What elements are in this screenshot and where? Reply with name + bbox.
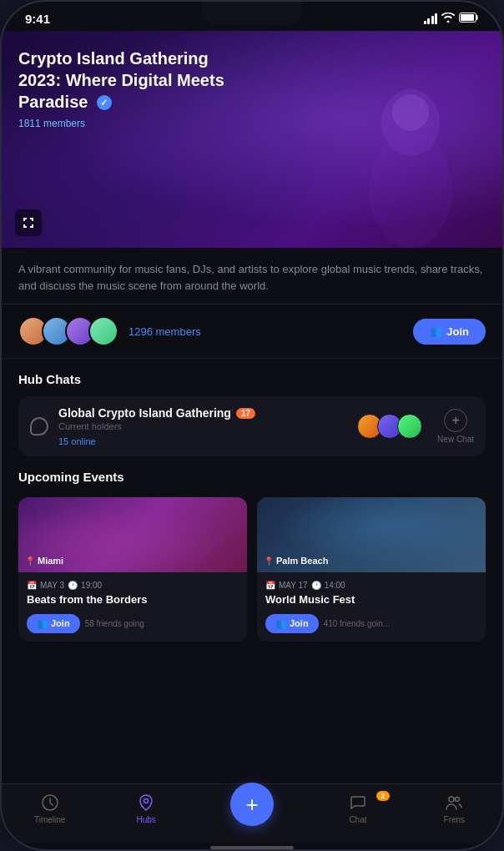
nav-item-timeline[interactable]: Timeline <box>2 793 98 824</box>
chat-avatar-3 <box>397 414 422 439</box>
members-row: 1296 members 👥 Join <box>2 305 502 359</box>
wifi-icon <box>441 13 455 25</box>
event-details-palm: 📅 MAY 17 🕐 14:00 World Music Fest 👥 Join <box>257 572 486 642</box>
nav-label-frens: Frens <box>444 815 466 824</box>
phone-frame: 9:41 <box>0 0 504 851</box>
nav-label-chat: Chat <box>349 815 366 824</box>
event-actions-palm: 👥 Join 410 friends goin... <box>265 614 477 633</box>
phone-screen: 9:41 <box>2 2 502 849</box>
nav-label-timeline: Timeline <box>34 815 65 824</box>
nav-label-hubs: Hubs <box>136 815 155 824</box>
hub-chats-section: Hub Chats Global Crypto Island Gathering… <box>2 359 502 463</box>
event-date-palm: 📅 MAY 17 🕐 14:00 <box>265 581 477 590</box>
notch <box>202 2 302 25</box>
event-name-palm: World Music Fest <box>265 593 477 607</box>
chat-info: Global Crypto Island Gathering 17 Curren… <box>58 406 347 446</box>
chat-right: + New Chat <box>357 409 474 444</box>
add-button[interactable]: + <box>230 783 274 826</box>
hero-section: Crypto Island Gathering 2023: Where Digi… <box>2 31 502 248</box>
avatars-stack <box>18 316 118 346</box>
event-location-palm: 📍 Palm Beach <box>264 556 328 566</box>
svg-point-3 <box>369 131 452 248</box>
nav-item-frens[interactable]: Frens <box>406 793 502 824</box>
hub-chat-card[interactable]: Global Crypto Island Gathering 17 Curren… <box>18 396 486 456</box>
hubs-icon <box>136 793 156 813</box>
event-actions-miami: 👥 Join 58 friends going <box>27 614 239 633</box>
timeline-icon <box>40 793 60 813</box>
chat-icon-nav <box>348 793 368 813</box>
members-count: 1296 members <box>129 325 403 338</box>
description-text: A vibrant community for music fans, DJs,… <box>2 248 502 305</box>
event-image-miami: 📍 Miami <box>18 497 247 572</box>
new-chat-plus-icon: + <box>444 409 467 432</box>
location-pin-icon: 📍 <box>25 556 35 566</box>
event-location-miami: 📍 Miami <box>25 556 63 566</box>
hero-title: Crypto Island Gathering 2023: Where Digi… <box>18 48 235 113</box>
svg-point-6 <box>144 799 149 803</box>
status-time: 9:41 <box>25 12 50 26</box>
location-pin-icon-2: 📍 <box>264 556 274 566</box>
join-button[interactable]: 👥 Join <box>413 319 486 345</box>
frens-icon <box>444 793 464 813</box>
event-image-palm: 📍 Palm Beach <box>257 497 486 572</box>
event-join-palm[interactable]: 👥 Join <box>265 614 319 633</box>
nav-item-hubs[interactable]: Hubs <box>98 793 194 824</box>
event-friends-miami: 58 friends going <box>85 619 144 628</box>
event-friends-palm: 410 friends goin... <box>324 619 391 628</box>
chat-bubble-icon <box>30 417 48 436</box>
hero-bottom <box>15 209 42 236</box>
chat-subtitle: Current holders <box>58 421 347 431</box>
hero-members-tag: 1811 members <box>18 118 486 129</box>
bottom-nav: Timeline Hubs + <box>2 783 502 843</box>
signal-icon <box>424 13 438 24</box>
chat-badge-nav: 2 <box>376 791 390 801</box>
chat-avatars <box>357 414 422 439</box>
chat-name: Global Crypto Island Gathering 17 <box>58 406 347 420</box>
nav-item-add[interactable]: + <box>194 791 310 826</box>
svg-point-8 <box>456 798 460 802</box>
nav-item-chat[interactable]: 2 Chat <box>310 793 406 824</box>
hero-content: Crypto Island Gathering 2023: Where Digi… <box>2 31 502 129</box>
event-card-miami[interactable]: 📍 Miami 📅 MAY 3 🕐 19:00 Beats from the B… <box>18 497 247 642</box>
event-details-miami: 📅 MAY 3 🕐 19:00 Beats from the Borders 👥… <box>18 572 247 642</box>
battery-icon <box>459 13 479 25</box>
hub-chats-title: Hub Chats <box>18 372 486 386</box>
scroll-content[interactable]: Crypto Island Gathering 2023: Where Digi… <box>2 31 502 783</box>
expand-button[interactable] <box>15 209 42 236</box>
new-chat-button[interactable]: + New Chat <box>437 409 474 444</box>
upcoming-events-title: Upcoming Events <box>18 470 486 484</box>
join-icon: 👥 <box>430 325 442 337</box>
status-icons <box>424 13 480 25</box>
verified-badge <box>97 95 112 110</box>
home-indicator <box>210 846 294 849</box>
chat-badge: 17 <box>236 408 255 419</box>
event-name-miami: Beats from the Borders <box>27 593 239 607</box>
event-join-miami[interactable]: 👥 Join <box>27 614 80 633</box>
svg-point-7 <box>449 797 454 802</box>
avatar-4 <box>88 316 118 346</box>
events-grid: 📍 Miami 📅 MAY 3 🕐 19:00 Beats from the B… <box>2 497 502 655</box>
event-date-miami: 📅 MAY 3 🕐 19:00 <box>27 581 239 590</box>
event-card-palm[interactable]: 📍 Palm Beach 📅 MAY 17 🕐 14:00 World Musi… <box>257 497 486 642</box>
upcoming-events-header: Upcoming Events <box>2 463 502 497</box>
chat-online: 15 online <box>58 436 347 446</box>
svg-rect-1 <box>461 14 474 21</box>
